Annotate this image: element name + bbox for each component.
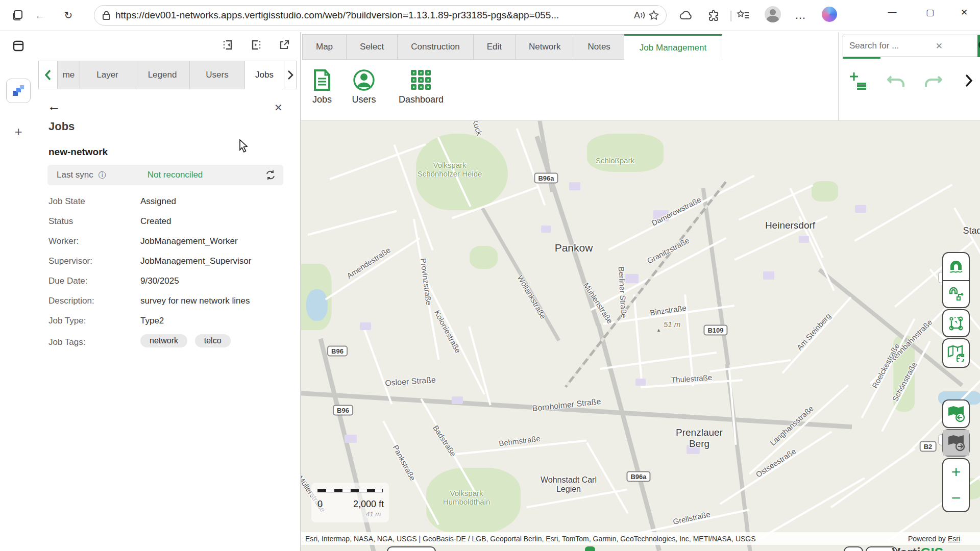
attribution-text: Esri, Intermap, NASA, NGA, USGS | GeoBas… [305,535,756,543]
street-label: Pankstraße [391,443,417,482]
tab-users[interactable]: Users [190,61,245,89]
map-road [725,364,752,551]
toolbar-users-button[interactable]: Users [333,69,395,105]
snap-trace-button[interactable] [943,280,969,307]
tab-select[interactable]: Select [347,34,398,60]
panel-close-button[interactable]: ✕ [274,102,283,114]
back-icon[interactable]: ← [32,7,48,23]
street-label: Kuck [471,121,484,136]
tab-network[interactable]: Network [516,34,574,60]
info-icon[interactable]: ⓘ [99,170,106,180]
active-tab-favicon[interactable] [6,79,31,103]
copilot-icon[interactable] [822,7,837,22]
tab-layer[interactable]: Layer [80,61,135,89]
snapping-toggle-button[interactable] [943,253,969,280]
minimize-button[interactable]: — [876,0,908,24]
cutoff-button[interactable] [844,546,863,551]
tag-telco[interactable]: telco [195,334,231,347]
street-label: Amendestraße [345,245,392,280]
favorites-list-icon[interactable] [735,7,751,23]
map-road [600,352,717,370]
park-label: Schloßpark [596,156,634,165]
field-row: Description: survey for new network line… [48,296,288,308]
field-value: 9/30/2025 [140,276,179,286]
tab-scroll-left[interactable] [38,61,58,89]
favorite-star-icon[interactable] [649,10,659,20]
tab-legend[interactable]: Legend [135,61,190,89]
previous-extent-button[interactable] [943,400,969,427]
tab-actions-icon[interactable] [10,38,27,54]
map-road [468,326,491,406]
edit-vertices-button[interactable] [943,310,969,336]
map-road [308,210,397,236]
dock-left-icon[interactable] [221,38,234,52]
scale-metric: 41 m [366,510,381,518]
scale-bar: 0 2,000 ft 41 m [311,483,389,522]
field-label: Job Type: [48,316,86,326]
map-road [758,477,865,540]
field-row: Due Date: 9/30/2025 [48,276,288,288]
esri-link[interactable]: Esri [948,535,960,543]
elevation-label: 51 m [664,320,680,329]
field-value: Created [140,216,171,227]
road-shield: B109 [703,325,727,336]
map-view[interactable]: Volkspark Schönholzer Heide Schloßpark V… [301,121,980,551]
profile-avatar[interactable] [765,6,781,22]
search-button[interactable] [977,35,980,57]
refresh-map-button[interactable] [943,339,969,367]
tab-partial[interactable]: me [58,61,80,89]
redo-icon[interactable] [923,70,943,91]
sync-icon[interactable] [265,169,276,181]
close-button[interactable]: ✕ [948,0,980,24]
new-tab-button[interactable]: + [10,123,27,140]
map-attribution: Esri, Intermap, NASA, NGA, USGS | GeoBas… [301,532,980,545]
next-extent-button[interactable] [943,430,969,456]
workspaces-icon[interactable] [9,7,26,23]
search-input[interactable] [843,35,977,57]
zoom-in-button[interactable]: + [943,459,969,485]
refresh-icon[interactable]: ↻ [60,7,77,23]
map-building [569,182,580,190]
dock-right-icon[interactable] [250,38,263,52]
tab-construction[interactable]: Construction [398,34,473,60]
browser-toolbar: ← ↻ https://dev001-networks.apps.vertigi… [0,0,980,31]
peak-icon: ▲ [656,328,661,333]
map-water [306,289,328,321]
url-text: https://dev001-networks.apps.vertigisstu… [115,10,634,21]
add-results-icon[interactable] [848,70,868,91]
field-label: Due Date: [48,276,88,286]
jobs-detail-view: ← ✕ Jobs new-network Last sync ⓘ Not rec… [38,89,300,548]
read-aloud-icon[interactable]: A [634,10,646,21]
open-new-window-icon[interactable] [278,38,291,52]
back-button[interactable]: ← [47,98,61,114]
maximize-button[interactable]: ▢ [914,0,946,24]
park-label: Volkspark Humboldthain [436,489,497,506]
extensions-icon[interactable] [705,7,722,23]
tab-edit[interactable]: Edit [474,34,516,60]
map-park [587,134,664,172]
search-pane: ✕ [838,32,980,121]
map-road [749,385,849,475]
search-clear-icon[interactable]: ✕ [936,41,943,52]
panel-title: Jobs [48,120,75,133]
tab-jobs[interactable]: Jobs [245,61,284,89]
zoom-out-button[interactable]: − [943,485,969,511]
tab-map[interactable]: Map [302,34,347,60]
more-menu-icon[interactable]: … [792,7,808,23]
edit-vertices-group [942,309,970,337]
undo-icon[interactable] [886,70,906,91]
field-row: Worker: JobManagement_Worker [48,236,288,248]
snapping-button-group [942,252,970,308]
scale-bar-segments [317,489,383,492]
map-building [635,379,646,386]
cloud-sync-icon[interactable] [678,7,694,23]
last-sync-row: Last sync ⓘ Not reconciled [47,165,283,185]
street-label: Stad [963,226,980,236]
address-bar[interactable]: https://dev001-networks.apps.vertigisstu… [94,5,667,26]
expand-toolbar-chevron[interactable] [959,70,979,91]
toolbar-dashboard-button[interactable]: Dashboard [390,69,452,105]
tag-network[interactable]: network [140,334,187,347]
tab-job-management[interactable]: Job Management [624,34,722,60]
tab-notes[interactable]: Notes [574,34,624,60]
map-road [633,294,643,386]
